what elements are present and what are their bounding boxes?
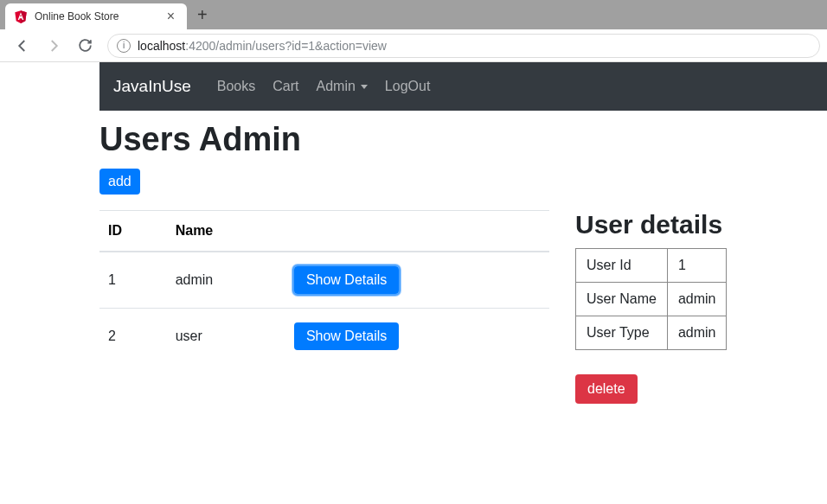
- content: Users Admin add ID Name 1 admin: [99, 111, 827, 404]
- forward-button[interactable]: [43, 35, 64, 56]
- details-label: User Name: [576, 283, 668, 316]
- reload-button[interactable]: [74, 35, 95, 56]
- nav-admin-label: Admin: [316, 79, 355, 94]
- columns: ID Name 1 admin Show Details: [99, 210, 827, 404]
- table-row: 1 admin Show Details: [99, 252, 549, 309]
- navbar: JavaInUse Books Cart Admin LogOut: [99, 62, 827, 111]
- details-label: User Id: [576, 249, 668, 283]
- url-field[interactable]: i localhost:4200/admin/users?id=1&action…: [107, 34, 820, 58]
- url-host: localhost: [138, 39, 185, 53]
- nav-admin[interactable]: Admin: [307, 79, 375, 94]
- cell-name: user: [167, 309, 285, 365]
- user-details-panel: User details User Id 1 User Name admin U…: [575, 210, 727, 404]
- details-row: User Name admin: [576, 283, 727, 316]
- details-title: User details: [575, 210, 727, 239]
- details-value: 1: [667, 249, 727, 283]
- page-title: Users Admin: [99, 121, 827, 158]
- chevron-down-icon: [361, 85, 368, 89]
- brand[interactable]: JavaInUse: [113, 77, 191, 96]
- add-button[interactable]: add: [99, 169, 140, 195]
- nav-cart[interactable]: Cart: [264, 79, 307, 94]
- header-id: ID: [99, 211, 167, 252]
- close-icon[interactable]: ×: [163, 9, 178, 24]
- details-label: User Type: [576, 316, 668, 350]
- delete-button[interactable]: delete: [575, 374, 638, 404]
- url-path: :4200/admin/users?id=1&action=view: [185, 39, 387, 53]
- tab-bar: Online Book Store × +: [0, 0, 827, 29]
- nav-books[interactable]: Books: [208, 79, 264, 94]
- cell-id: 1: [99, 252, 167, 309]
- site-info-icon[interactable]: i: [117, 39, 131, 53]
- browser-chrome: Online Book Store × + i localhost:4200/a…: [0, 0, 827, 62]
- users-list: ID Name 1 admin Show Details: [99, 210, 549, 364]
- tab-title: Online Book Store: [35, 10, 163, 22]
- cell-id: 2: [99, 309, 167, 365]
- details-table: User Id 1 User Name admin User Type admi…: [575, 248, 727, 350]
- back-button[interactable]: [12, 35, 33, 56]
- header-name: Name: [167, 211, 285, 252]
- details-row: User Id 1: [576, 249, 727, 283]
- address-bar: i localhost:4200/admin/users?id=1&action…: [0, 29, 827, 62]
- table-header-row: ID Name: [99, 211, 549, 252]
- page: JavaInUse Books Cart Admin LogOut Users …: [0, 62, 827, 404]
- angular-icon: [14, 10, 28, 23]
- details-row: User Type admin: [576, 316, 727, 350]
- table-row: 2 user Show Details: [99, 309, 549, 365]
- cell-actions: Show Details: [285, 252, 549, 309]
- show-details-button[interactable]: Show Details: [294, 266, 399, 294]
- browser-tab[interactable]: Online Book Store ×: [5, 3, 187, 29]
- cell-name: admin: [167, 252, 285, 309]
- show-details-button[interactable]: Show Details: [294, 322, 399, 350]
- details-value: admin: [667, 316, 727, 350]
- details-value: admin: [667, 283, 727, 316]
- header-actions: [285, 211, 549, 252]
- users-table: ID Name 1 admin Show Details: [99, 210, 549, 364]
- nav-logout[interactable]: LogOut: [376, 79, 439, 94]
- cell-actions: Show Details: [285, 309, 549, 365]
- new-tab-button[interactable]: +: [187, 5, 218, 25]
